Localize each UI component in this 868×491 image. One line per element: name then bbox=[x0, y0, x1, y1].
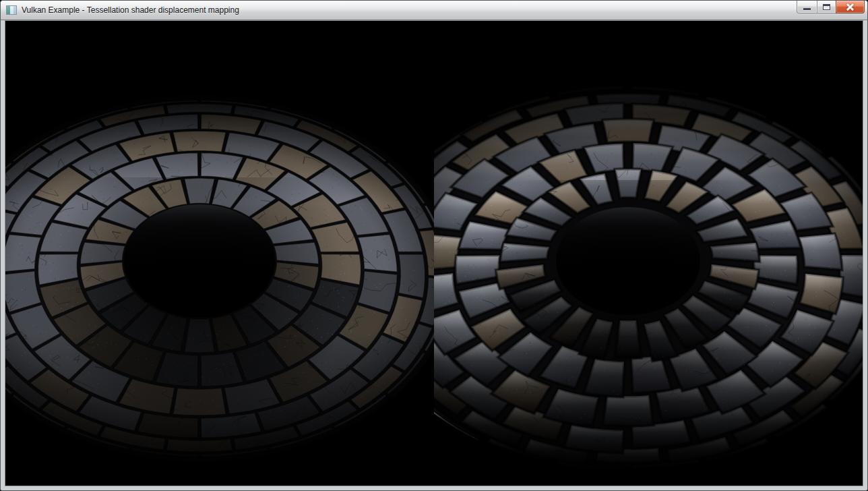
app-icon bbox=[6, 5, 17, 15]
window-title: Vulkan Example - Tessellation shader dis… bbox=[22, 5, 239, 16]
window-controls bbox=[797, 1, 865, 13]
close-icon bbox=[846, 3, 855, 11]
app-window: Vulkan Example - Tessellation shader dis… bbox=[0, 0, 868, 491]
close-button[interactable] bbox=[836, 1, 865, 13]
render-canvas[interactable] bbox=[5, 21, 863, 486]
maximize-button[interactable] bbox=[817, 1, 836, 13]
minimize-icon bbox=[803, 8, 811, 10]
maximize-icon bbox=[823, 4, 830, 10]
minimize-button[interactable] bbox=[797, 1, 817, 13]
title-bar[interactable]: Vulkan Example - Tessellation shader dis… bbox=[1, 1, 867, 20]
render-area bbox=[5, 20, 863, 486]
